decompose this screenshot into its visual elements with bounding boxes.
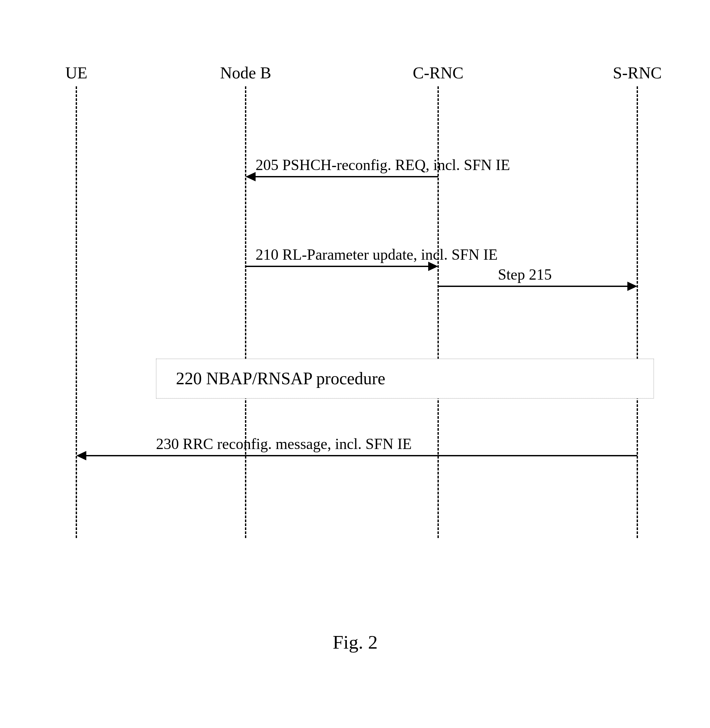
msg-215-arrowhead-icon — [627, 282, 637, 291]
msg-210-label: 210 RL-Parameter update, incl. SFN IE — [255, 246, 497, 263]
msg-230-arrowhead-icon — [76, 451, 86, 460]
msg-205-label: 205 PSHCH-reconfig. REQ, incl. SFN IE — [255, 156, 510, 174]
actor-label-ue: UE — [65, 63, 88, 82]
msg-205-arrow — [255, 176, 438, 177]
actor-label-nodeb: Node B — [220, 63, 271, 82]
msg-215-arrow — [438, 285, 627, 287]
actor-label-srnc: S-RNC — [613, 63, 662, 82]
lifeline-crnc — [437, 86, 439, 538]
msg-215-label: Step 215 — [498, 266, 552, 283]
msg-210-arrow — [246, 266, 428, 267]
lifeline-ue — [76, 86, 77, 538]
lifeline-srnc — [637, 86, 638, 538]
msg-230-label: 230 RRC reconfig. message, incl. SFN IE — [156, 435, 412, 453]
msg-210-arrowhead-icon — [428, 262, 438, 271]
procedure-220-label: 220 NBAP/RNSAP procedure — [176, 369, 385, 388]
sequence-diagram: UE Node B C-RNC S-RNC 205 PSHCH-reconfig… — [0, 0, 710, 728]
msg-205-arrowhead-icon — [246, 172, 255, 181]
actor-label-crnc: C-RNC — [413, 63, 464, 82]
lifeline-nodeb — [245, 86, 246, 538]
figure-caption: Fig. 2 — [333, 631, 377, 653]
msg-230-arrow — [86, 455, 637, 456]
